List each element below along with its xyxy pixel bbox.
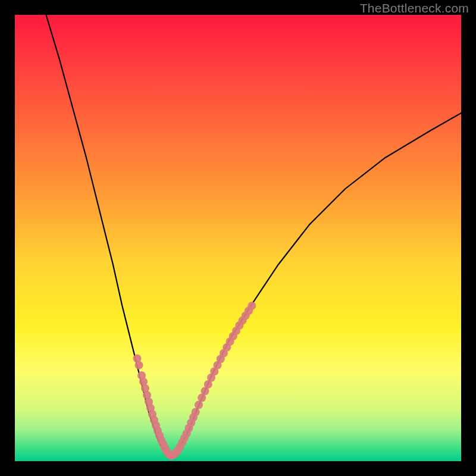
highlight-dot (148, 410, 156, 418)
highlight-dot (189, 414, 198, 422)
highlight-dot (139, 378, 148, 386)
highlight-dot (201, 387, 209, 395)
highlight-dot (165, 450, 173, 458)
highlight-dot (229, 332, 237, 340)
highlight-dot (232, 327, 240, 335)
highlight-dot (245, 306, 253, 315)
highlight-dot (178, 439, 186, 447)
highlight-dot (143, 391, 151, 399)
highlight-dot (159, 440, 167, 449)
highlight-dot (176, 443, 184, 451)
highlight-dot (192, 408, 200, 416)
highlight-dot (135, 361, 143, 369)
highlight-dot (226, 337, 234, 346)
highlight-dot (242, 312, 250, 320)
watermark-text: TheBottleneck.com (360, 1, 469, 15)
highlight-dot (239, 317, 247, 325)
highlight-dot (167, 452, 176, 460)
plot-area (15, 15, 461, 461)
highlight-dot (210, 367, 218, 375)
highlight-dot (214, 361, 222, 369)
highlight-dot (162, 447, 171, 456)
highlight-dot (171, 449, 180, 458)
highlight-dot (198, 394, 206, 402)
highlight-dot (187, 419, 195, 427)
highlight-dot (217, 355, 225, 363)
highlight-dot (161, 444, 169, 452)
highlight-dot (248, 302, 256, 310)
highlight-dot (185, 424, 193, 433)
highlight-dot (133, 355, 142, 363)
highlight-dot (155, 431, 164, 440)
highlight-dot (137, 371, 146, 380)
highlight-dot (220, 349, 228, 358)
highlight-dot (152, 421, 160, 430)
highlight-dot (169, 451, 177, 459)
curve-svg (15, 15, 461, 461)
highlight-dot (204, 380, 212, 389)
highlight-dot (154, 427, 162, 435)
highlight-dot (157, 436, 165, 444)
highlight-dot (223, 343, 231, 352)
highlight-dot (195, 401, 203, 409)
curve-path (46, 15, 462, 457)
highlight-dot (235, 321, 243, 330)
highlight-dot (141, 384, 149, 393)
highlight-dot (146, 404, 155, 412)
highlight-dot (183, 430, 191, 438)
highlight-dot (145, 397, 153, 406)
highlight-dot (174, 446, 182, 455)
highlight-dot (180, 434, 189, 442)
highlight-dot (207, 374, 215, 382)
chart-frame: TheBottleneck.com (0, 0, 476, 476)
highlight-dot (150, 416, 158, 424)
